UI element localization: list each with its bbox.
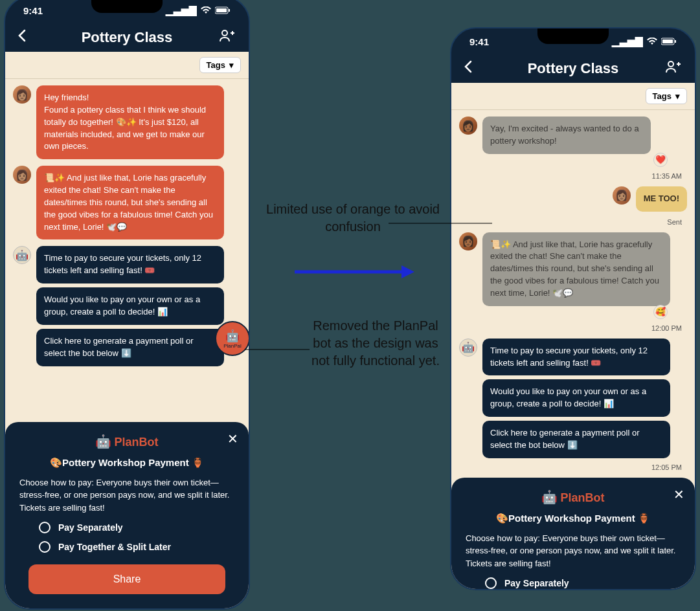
- sheet-title: 🎨Pottery Workshop Payment 🏺: [19, 457, 234, 469]
- svg-rect-5: [662, 39, 673, 43]
- svg-point-3: [222, 30, 227, 36]
- message-row: 🤖 Time to pay to secure your tickets, on…: [13, 246, 241, 366]
- option-label: Pay Separately: [58, 522, 123, 533]
- close-icon[interactable]: ✕: [227, 431, 238, 447]
- messages-list: 👩🏽 Hey friends! Found a pottery class th…: [5, 79, 249, 373]
- page-title: Pottery Class: [35, 29, 219, 46]
- status-time: 9:41: [23, 5, 43, 16]
- timestamp: 12:05 PM: [459, 463, 687, 471]
- avatar[interactable]: 👩🏾: [459, 232, 477, 250]
- sheet-title: 🎨Pottery Workshop Payment 🏺: [466, 513, 681, 524]
- reaction-face[interactable]: 🥰: [653, 305, 668, 319]
- robot-icon: 🤖: [95, 434, 111, 449]
- status-bar: 9:41 ▁▃▅▇: [5, 0, 249, 23]
- svg-rect-6: [675, 40, 676, 43]
- bot-bubble-stack: Time to pay to secure your tickets, only…: [482, 339, 670, 458]
- bot-message: Time to pay to secure your tickets, only…: [36, 246, 224, 283]
- pay-separately-option[interactable]: Pay Separately: [466, 577, 681, 589]
- bot-avatar[interactable]: 🤖: [13, 246, 31, 264]
- sheet-description: Choose how to pay: Everyone buys their o…: [19, 476, 234, 515]
- planbot-sheet: ✕ 🤖PlanBot 🎨Pottery Workshop Payment 🏺 C…: [451, 478, 695, 589]
- svg-rect-1: [216, 8, 227, 12]
- annotation-orange: Limited use of orange to avoid confusion: [265, 201, 440, 236]
- battery-icon: [215, 5, 231, 16]
- message-row: 👩🏽 📜✨ And just like that, Lorie has grac…: [13, 166, 241, 239]
- signal-icon: ▁▃▅▇: [612, 36, 643, 47]
- planbot-brand: 🤖PlanBot: [466, 489, 681, 505]
- battery-icon: [661, 36, 677, 47]
- tags-row: Tags ▾: [451, 83, 695, 110]
- transition-arrow-icon: [295, 262, 414, 282]
- page-title: Pottery Class: [481, 60, 665, 77]
- message-bubble: 📜✨ And just like that, Lorie has gracefu…: [36, 166, 224, 239]
- pay-together-option[interactable]: Pay Together & Split Later: [19, 541, 234, 553]
- bot-message: Time to pay to secure your tickets, only…: [482, 339, 670, 376]
- annotation-planpal: Removed the PlanPal bot as the design wa…: [304, 317, 447, 370]
- fab-label: PlanPal: [223, 343, 242, 349]
- status-time: 9:41: [469, 36, 489, 47]
- tags-label: Tags: [207, 60, 225, 70]
- message-row: 👩🏽 Hey friends! Found a pottery class th…: [13, 85, 241, 159]
- option-label: Pay Together & Split Later: [58, 542, 171, 552]
- message-bubble: 📜✨ And just like that, Lorie has gracefu…: [482, 232, 670, 306]
- status-bar: 9:41 ▁▃▅▇: [451, 28, 695, 54]
- avatar[interactable]: 👩🏾: [459, 117, 477, 135]
- chevron-down-icon: ▾: [229, 60, 234, 70]
- svg-marker-9: [401, 265, 414, 278]
- close-icon[interactable]: ✕: [673, 487, 684, 502]
- phone-after: 9:41 ▁▃▅▇ Pottery Class Tags ▾: [450, 27, 696, 590]
- message-row: 👩🏾 Yay, I'm excited - always wanted to d…: [459, 117, 687, 154]
- avatar[interactable]: 👩🏽: [13, 166, 31, 184]
- robot-icon: 🤖: [225, 329, 240, 343]
- chevron-down-icon: ▾: [675, 91, 680, 101]
- radio-icon: [39, 541, 51, 553]
- planbot-brand: 🤖PlanBot: [19, 434, 234, 449]
- connector-line: [389, 220, 492, 227]
- add-person-icon[interactable]: [665, 60, 683, 77]
- sent-status: Sent: [459, 218, 687, 226]
- reaction-heart[interactable]: ❤️: [653, 153, 668, 167]
- share-button[interactable]: Share: [28, 564, 225, 594]
- radio-icon: [485, 577, 497, 589]
- nav-bar: Pottery Class: [451, 54, 695, 83]
- notch: [91, 0, 163, 13]
- connector-line: [245, 346, 310, 353]
- message-bubble-self: ME TOO!: [636, 186, 687, 212]
- phone-before: 9:41 ▁▃▅▇ Pottery Class Tags ▾: [4, 0, 250, 610]
- nav-bar: Pottery Class: [5, 23, 249, 52]
- bot-avatar[interactable]: 🤖: [459, 339, 477, 357]
- bot-message: Would you like to pay on your own or as …: [36, 287, 224, 325]
- sheet-description: Choose how to pay: Everyone buys their o…: [466, 532, 681, 570]
- avatar-self[interactable]: 👩🏽: [613, 186, 631, 205]
- timestamp: 11:35 AM: [459, 172, 687, 180]
- option-label: Pay Separately: [504, 578, 569, 588]
- message-bubble: Yay, I'm excited - always wanted to do a…: [482, 117, 651, 154]
- message-row-self: 👩🏽 ME TOO!: [459, 186, 687, 212]
- add-person-icon[interactable]: [219, 29, 237, 46]
- tags-label: Tags: [653, 91, 672, 101]
- timestamp: 12:00 PM: [459, 324, 687, 332]
- message-row: 👩🏾 📜✨ And just like that, Lorie has grac…: [459, 232, 687, 306]
- robot-icon: 🤖: [541, 490, 558, 504]
- back-button[interactable]: [17, 29, 35, 46]
- bot-message-link[interactable]: Click here to generate a payment poll or…: [482, 421, 670, 458]
- back-button[interactable]: [463, 60, 481, 77]
- pay-separately-option[interactable]: Pay Separately: [19, 522, 234, 533]
- chat-body: Tags ▾ 👩🏽 Hey friends! Found a pottery c…: [5, 52, 249, 608]
- bot-message: Would you like to pay on your own or as …: [482, 379, 670, 417]
- chat-body: Tags ▾ 👩🏾 Yay, I'm excited - always want…: [451, 83, 695, 589]
- tags-dropdown[interactable]: Tags ▾: [199, 57, 241, 73]
- radio-icon: [39, 522, 51, 533]
- svg-rect-2: [229, 9, 230, 12]
- planbot-sheet: ✕ 🤖PlanBot 🎨Pottery Workshop Payment 🏺 C…: [5, 422, 249, 609]
- notch: [537, 28, 609, 44]
- bot-bubble-stack: Time to pay to secure your tickets, only…: [36, 246, 224, 366]
- tags-row: Tags ▾: [5, 52, 249, 79]
- status-icons: ▁▃▅▇: [612, 36, 677, 47]
- message-row: 🤖 Time to pay to secure your tickets, on…: [459, 339, 687, 458]
- avatar[interactable]: 👩🏽: [13, 85, 31, 104]
- bot-message-link[interactable]: Click here to generate a payment poll or…: [36, 329, 224, 366]
- tags-dropdown[interactable]: Tags ▾: [646, 88, 687, 104]
- wifi-icon: [647, 36, 657, 47]
- svg-point-7: [668, 61, 673, 67]
